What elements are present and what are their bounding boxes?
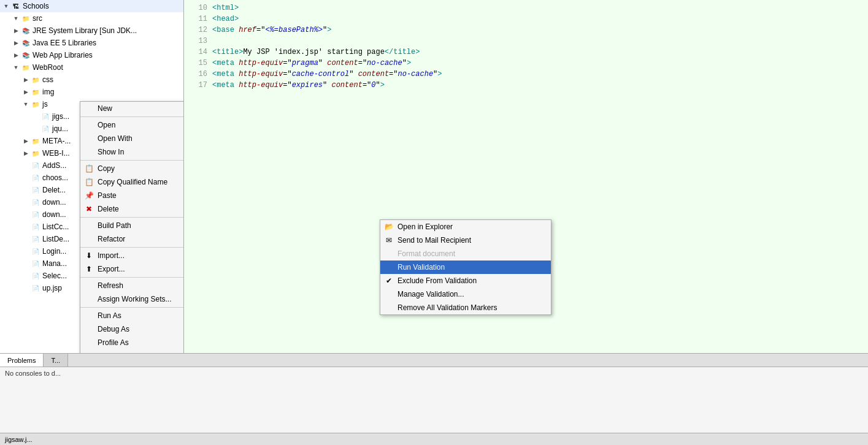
line-number: 17 xyxy=(189,80,207,91)
submenu-item-run-validation[interactable]: Run Validation xyxy=(380,261,551,274)
tree-item-img[interactable]: ▶📁img xyxy=(0,86,183,98)
tree-item-label: Delet... xyxy=(42,186,66,194)
menu-item-delete[interactable]: ✖DeleteDelete xyxy=(80,202,184,216)
menu-item-team[interactable]: Team▶ xyxy=(80,349,184,353)
tree-icon-java: 📄 xyxy=(40,112,50,121)
submenu-item-manage-validation[interactable]: Manage Validation... xyxy=(380,287,551,301)
tree-arrow: ▶ xyxy=(12,51,20,59)
submenu-item-exclude-from-validation[interactable]: ✔Exclude From Validation xyxy=(380,274,551,287)
menu-item-debug-as[interactable]: Debug As▶ xyxy=(80,322,184,336)
menu-item-refresh[interactable]: RefreshF5 xyxy=(80,279,184,292)
tree-item-schools[interactable]: ▼🏗Schools xyxy=(0,0,183,12)
tree-item-label: AddS... xyxy=(42,161,66,170)
tree-arrow: ▶ xyxy=(22,150,29,157)
submenu-item-label: Run Validation xyxy=(398,263,445,272)
tree-item-label: down... xyxy=(42,210,66,219)
tree-arrow: ▶ xyxy=(22,88,29,96)
tree-item-css[interactable]: ▶📁css xyxy=(0,74,183,86)
tree-arrow xyxy=(32,125,39,132)
menu-item-copy-qualified-name[interactable]: 📋Copy Qualified Name xyxy=(80,175,184,189)
context-menu: New▶OpenF3Open With▶Show InAlt+Shift+W▶📋… xyxy=(80,101,184,353)
tree-arrow: ▶ xyxy=(12,27,20,34)
tree-icon-lib: 📚 xyxy=(21,26,31,36)
tree-item-src[interactable]: ▼📁src xyxy=(0,12,183,25)
tree-icon-java: 📄 xyxy=(31,259,40,268)
tree-icon-folder: 📁 xyxy=(21,63,31,72)
menu-item-assign-working-sets[interactable]: Assign Working Sets... xyxy=(80,292,184,306)
tree-item-label: Web App Libraries xyxy=(33,51,93,59)
tree-icon-lib: 📚 xyxy=(21,38,31,48)
menu-item-run-as[interactable]: Run As▶ xyxy=(80,309,184,322)
tree-item-label: Java EE 5 Libraries xyxy=(33,39,96,47)
tree-item-label: Login... xyxy=(42,247,66,256)
menu-item-export[interactable]: ⬆Export... xyxy=(80,262,184,276)
menu-item-build-path[interactable]: Build Path▶ xyxy=(80,219,184,232)
menu-item-refactor[interactable]: RefactorAlt+Shift+T▶ xyxy=(80,232,184,246)
menu-item-profile-as[interactable]: Profile As▶ xyxy=(80,336,184,349)
code-line: 14<title>My JSP 'index.jsp' starting pag… xyxy=(189,47,863,58)
submenu-item-remove-all-validation-markers[interactable]: Remove All Validation Markers xyxy=(380,301,551,314)
tree-item-javaee[interactable]: ▶📚Java EE 5 Libraries xyxy=(0,37,183,49)
tree-item-label: jqu... xyxy=(52,124,68,133)
project-explorer: ▼🏗Schools▼📁src▶📚JRE System Library [Sun … xyxy=(0,0,184,353)
submenu-item-format-document: Format document xyxy=(380,247,551,261)
tree-arrow xyxy=(22,235,29,243)
tree-item-webapp[interactable]: ▶📚Web App Libraries xyxy=(0,49,183,61)
bottom-tabs: ProblemsT... xyxy=(0,354,868,367)
submenu-item-label: Exclude From Validation xyxy=(398,276,477,285)
line-content: <html> xyxy=(212,2,239,13)
tree-arrow xyxy=(32,113,39,120)
tree-item-label: down... xyxy=(42,198,66,207)
tree-icon-java: 📄 xyxy=(31,161,40,170)
menu-item-show-in[interactable]: Show InAlt+Shift+W▶ xyxy=(80,145,184,159)
submenu-item-label: Send to Mail Recipient xyxy=(398,236,471,245)
menu-item-shortcut: Alt+Shift+W xyxy=(171,148,184,156)
tree-icon-java: 📄 xyxy=(31,197,40,207)
menu-item-paste[interactable]: 📌PasteCtrl+V xyxy=(80,189,184,202)
submenu-item-label: Remove All Validation Markers xyxy=(398,303,497,312)
tree-icon-folder: 📁 xyxy=(21,13,31,23)
tree-icon-java: 📄 xyxy=(31,185,40,195)
tree-arrow: ▼ xyxy=(12,15,20,22)
tree-arrow: ▼ xyxy=(22,101,29,108)
code-line: 13 xyxy=(189,36,863,47)
tree-item-jre[interactable]: ▶📚JRE System Library [Sun JDK... xyxy=(0,25,183,37)
code-line: 15<meta http-equiv="pragma" content="no-… xyxy=(189,58,863,69)
tree-icon-java: 📄 xyxy=(31,210,40,219)
tree-item-label: js xyxy=(42,100,48,108)
code-editor[interactable]: 10<html>11<head>12<base href="<%=basePat… xyxy=(184,0,868,93)
submenu-item-open-in-explorer[interactable]: 📂Open in Explorer xyxy=(380,220,551,234)
bottom-tab-problems[interactable]: Problems xyxy=(0,354,44,367)
folder-icon: 📂 xyxy=(384,222,394,232)
tree-arrow xyxy=(22,162,29,169)
tree-item-webroot[interactable]: ▼📁WebRoot xyxy=(0,61,183,74)
menu-item-label: Profile As xyxy=(98,338,129,347)
code-line: 16<meta http-equiv="cache-control" conte… xyxy=(189,69,863,80)
tree-icon-java: 📄 xyxy=(31,271,40,281)
tree-item-label: Schools xyxy=(23,2,49,10)
menu-item-label: Copy Qualified Name xyxy=(98,178,167,186)
submenu-item-send-to-mail-recipient[interactable]: ✉Send to Mail Recipient xyxy=(380,234,551,247)
menu-item-import[interactable]: ⬇Import... xyxy=(80,249,184,262)
menu-item-label: Team xyxy=(98,352,115,353)
line-content: <meta http-equiv="expires" content="0"> xyxy=(212,80,385,91)
menu-separator xyxy=(80,160,184,161)
bottom-tab-t[interactable]: T... xyxy=(44,354,68,367)
tree-arrow xyxy=(22,186,29,194)
menu-item-open-with[interactable]: Open With▶ xyxy=(80,132,184,145)
import-icon: ⬇ xyxy=(84,251,94,261)
tree-icon-java: 📄 xyxy=(31,173,40,183)
menu-separator xyxy=(80,217,184,218)
menu-item-label: Open With xyxy=(98,134,133,143)
menu-item-copy[interactable]: 📋CopyCtrl+C xyxy=(80,162,184,175)
tree-arrow: ▶ xyxy=(22,137,29,145)
tree-arrow xyxy=(22,272,29,280)
tree-icon-java: 📄 xyxy=(31,222,40,232)
menu-item-label: Copy xyxy=(98,164,115,173)
mail-icon: ✉ xyxy=(384,235,394,245)
menu-item-new[interactable]: New▶ xyxy=(80,102,184,115)
tree-item-label: ListDe... xyxy=(42,235,69,243)
menu-item-open[interactable]: OpenF3 xyxy=(80,118,184,132)
line-content: <meta http-equiv="pragma" content="no-ca… xyxy=(212,58,411,69)
line-number: 12 xyxy=(189,25,207,36)
